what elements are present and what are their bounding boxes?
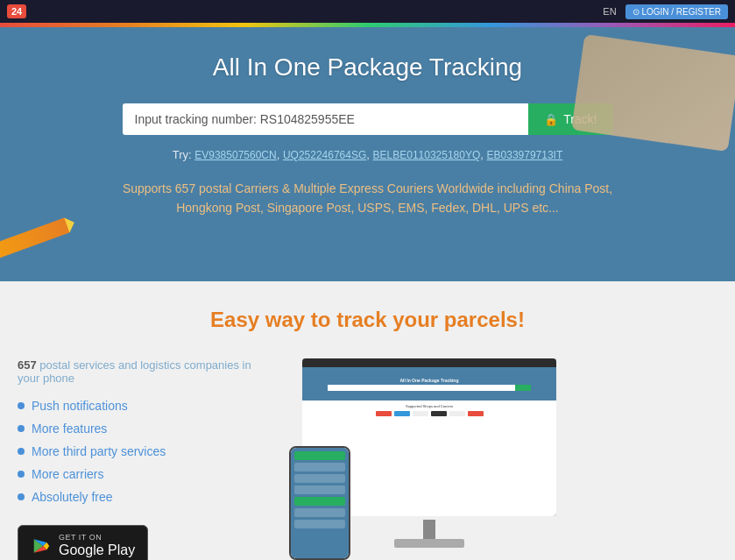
feature-link-push[interactable]: Push notifications [32, 399, 128, 413]
topnav-right: EN ⊙ LOGIN / REGISTER [603, 4, 728, 19]
google-play-button[interactable]: GET IT ON Google Play [18, 525, 148, 560]
google-play-text: GET IT ON Google Play [59, 533, 135, 558]
mini-logo [468, 411, 484, 416]
try-link-3[interactable]: BELBE0110325180YQ [373, 149, 481, 161]
topnav: 24 EN ⊙ LOGIN / REGISTER [0, 0, 735, 23]
mini-search [328, 385, 531, 391]
try-label: Try: [173, 148, 192, 161]
search-row: 🔒 Track! [123, 103, 613, 135]
phone-item [294, 486, 345, 494]
pencil-decoration [0, 217, 70, 259]
google-play-icon [31, 535, 52, 556]
mini-logo [413, 411, 428, 416]
mini-btn [515, 385, 531, 391]
mini-hero: All In One Package Tracking [302, 367, 556, 401]
language-selector[interactable]: EN [603, 6, 616, 17]
login-register-button[interactable]: ⊙ LOGIN / REGISTER [625, 4, 728, 19]
bullet-icon [18, 471, 25, 478]
lock-icon: 🔒 [544, 113, 558, 126]
monitor-mockup: All In One Package Tracking Supported Sh… [289, 358, 569, 560]
try-link-1[interactable]: EV938507560CN [194, 149, 276, 161]
hero-section: All In One Package Tracking 🔒 Track! Try… [0, 27, 735, 281]
try-link-4[interactable]: EB033979713IT [487, 149, 563, 161]
phone-item [294, 463, 345, 471]
monitor-neck [423, 520, 435, 539]
mini-title: All In One Package Tracking [400, 378, 459, 383]
feature-link-more[interactable]: More features [32, 422, 107, 436]
get-it-on-label: GET IT ON [59, 533, 135, 542]
phone-mockup [289, 446, 350, 560]
phone-item [294, 497, 345, 506]
mini-logo [431, 411, 447, 416]
feature-link-free[interactable]: Absolutely free [32, 490, 113, 504]
bullet-icon [18, 493, 25, 500]
main-section: Easy way to track your parcels! 657 post… [0, 281, 735, 560]
tracking-input[interactable] [123, 103, 529, 135]
try-links-row: Try: EV938507560CN, UQ252246764SG, BELBE… [18, 148, 717, 161]
bullet-icon [18, 402, 25, 409]
feature-list: Push notifications More features More th… [18, 399, 263, 504]
list-item: Push notifications [18, 399, 263, 413]
try-link-2[interactable]: UQ252246764SG [283, 149, 366, 161]
phone-screen [291, 448, 349, 558]
feature-link-carriers[interactable]: More carriers [32, 467, 103, 481]
list-item: More third party services [18, 444, 263, 458]
section-description: 657 postal services and logistics compan… [18, 358, 263, 385]
phone-item [294, 451, 345, 460]
phone-item [294, 474, 345, 483]
mini-logo [376, 411, 392, 416]
section-left: 657 postal services and logistics compan… [18, 358, 263, 560]
list-item: More carriers [18, 467, 263, 481]
mini-body-title: Supported Shops and Carriers [307, 404, 551, 408]
feature-link-third-party[interactable]: More third party services [32, 444, 166, 458]
phone-item [294, 520, 345, 528]
list-item: More features [18, 422, 263, 436]
supports-text: Supports 657 postal Carriers & Multiple … [105, 179, 631, 218]
monitor-base [394, 539, 464, 548]
mini-nav [302, 358, 556, 367]
section-content: 657 postal services and logistics compan… [18, 358, 717, 560]
device-mockups: All In One Package Tracking Supported Sh… [289, 358, 717, 560]
bullet-icon [18, 448, 25, 455]
mini-body: Supported Shops and Carriers [302, 401, 556, 420]
phone-item [294, 508, 345, 517]
section-title-highlight: track your parcels [336, 308, 518, 331]
section-title: Easy way to track your parcels! [18, 308, 717, 332]
mini-logo [394, 411, 410, 416]
mini-input [328, 385, 515, 391]
mini-logos [307, 411, 551, 416]
mini-logo [449, 411, 465, 416]
logo: 24 [7, 4, 26, 18]
bullet-icon [18, 425, 25, 432]
list-item: Absolutely free [18, 490, 263, 504]
google-play-name: Google Play [59, 542, 135, 558]
